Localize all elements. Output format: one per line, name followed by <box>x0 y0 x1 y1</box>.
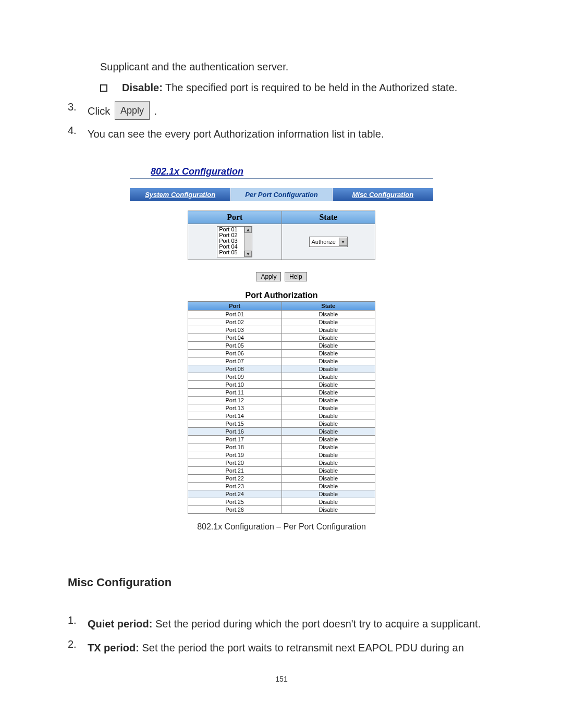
state-cell: Disable <box>282 404 375 412</box>
state-cell: Disable <box>282 443 375 451</box>
state-cell: Disable <box>282 475 375 483</box>
table-row: Port.02Disable <box>188 318 375 326</box>
table-row: Port.24Disable <box>188 490 375 498</box>
state-dropdown-value: Authorize <box>312 239 336 245</box>
misc-item-2: 2. TX period: Set the period the port wa… <box>68 638 495 657</box>
tab-system-configuration[interactable]: System Configuration <box>130 188 231 201</box>
config-tabs: System Configuration Per Port Configurat… <box>130 188 433 201</box>
misc-item-1-num: 1. <box>68 614 88 633</box>
tx-period-label: TX period: <box>88 642 139 653</box>
port-select-list[interactable]: Port 01Port 02Port 03Port 04Port 05 <box>217 226 252 257</box>
table-row: Port.16Disable <box>188 428 375 436</box>
port-cell: Port.06 <box>188 350 282 357</box>
state-cell: Disable <box>282 389 375 397</box>
port-cell: Port.07 <box>188 357 282 365</box>
screenshot-title: 802.1x Configuration <box>130 164 433 179</box>
state-cell: Disable <box>282 483 375 490</box>
step-3-post: . <box>154 105 157 117</box>
port-cell: Port.05 <box>188 342 282 350</box>
table-row: Port.20Disable <box>188 459 375 467</box>
table-row: Port.25Disable <box>188 498 375 506</box>
scroll-up-button[interactable] <box>244 227 252 233</box>
port-authorization-title: Port Authorization <box>188 291 375 300</box>
port-cell: Port.26 <box>188 506 282 514</box>
apply-button[interactable]: Apply <box>256 272 281 281</box>
chevron-up-icon <box>247 229 250 231</box>
state-cell: Disable <box>282 436 375 443</box>
step-4-num: 4. <box>68 125 88 143</box>
port-cell: Port.24 <box>188 490 282 498</box>
table-row: Port.19Disable <box>188 451 375 459</box>
table-row: Port.12Disable <box>188 397 375 404</box>
table-row: Port.23Disable <box>188 483 375 490</box>
port-cell: Port.04 <box>188 334 282 342</box>
tx-period-text: Set the period the port waits to retrans… <box>139 642 464 653</box>
cfg-hdr-port: Port <box>188 211 282 224</box>
table-row: Port.01Disable <box>188 311 375 318</box>
state-cell: Disable <box>282 428 375 436</box>
port-authorization-table: Port State Port.01DisablePort.02DisableP… <box>188 301 375 514</box>
tab-misc-configuration[interactable]: Misc Configuration <box>333 188 433 201</box>
state-cell: Disable <box>282 318 375 326</box>
apply-button-inline[interactable]: Apply <box>115 101 150 120</box>
port-cell: Port.23 <box>188 483 282 490</box>
page-number: 151 <box>68 675 495 683</box>
state-cell: Disable <box>282 397 375 404</box>
port-list-item[interactable]: Port 05 <box>219 250 244 255</box>
table-row: Port.06Disable <box>188 350 375 357</box>
table-row: Port.07Disable <box>188 357 375 365</box>
state-cell: Disable <box>282 451 375 459</box>
port-cell: Port.02 <box>188 318 282 326</box>
bullet-disable: Disable: The specified port is required … <box>100 78 495 97</box>
state-cell: Disable <box>282 334 375 342</box>
disable-text: The specified port is required to be hel… <box>163 82 458 93</box>
state-cell: Disable <box>282 365 375 373</box>
square-bullet-icon <box>100 84 107 92</box>
table-row: Port.15Disable <box>188 420 375 428</box>
step-4: 4. You can see the every port Authorizat… <box>68 125 495 143</box>
state-cell: Disable <box>282 498 375 506</box>
table-row: Port.09Disable <box>188 373 375 381</box>
auth-hdr-port: Port <box>188 302 282 311</box>
port-cell: Port.17 <box>188 436 282 443</box>
port-cell: Port.15 <box>188 420 282 428</box>
state-cell: Disable <box>282 357 375 365</box>
screenshot-802-1x: 802.1x Configuration System Configuratio… <box>130 164 433 532</box>
port-cell: Port.25 <box>188 498 282 506</box>
state-cell: Disable <box>282 373 375 381</box>
quiet-period-text: Set the period during which the port doe… <box>152 618 481 630</box>
misc-item-1: 1. Quiet period: Set the period during w… <box>68 614 495 633</box>
chevron-down-icon <box>341 241 345 243</box>
port-cell: Port.03 <box>188 326 282 334</box>
state-cell: Disable <box>282 506 375 514</box>
port-cell: Port.14 <box>188 412 282 420</box>
misc-configuration-heading: Misc Configuration <box>68 576 495 589</box>
port-cell: Port.16 <box>188 428 282 436</box>
table-row: Port.21Disable <box>188 467 375 475</box>
port-cell: Port.08 <box>188 365 282 373</box>
state-cell: Disable <box>282 490 375 498</box>
help-button[interactable]: Help <box>285 272 307 281</box>
misc-item-2-num: 2. <box>68 638 88 657</box>
disable-label: Disable: <box>122 82 163 93</box>
scrollbar[interactable] <box>244 227 252 257</box>
step-3: 3. Click Apply . <box>68 101 495 120</box>
table-row: Port.18Disable <box>188 443 375 451</box>
state-cell: Disable <box>282 381 375 389</box>
state-cell: Disable <box>282 420 375 428</box>
table-row: Port.26Disable <box>188 506 375 514</box>
table-row: Port.11Disable <box>188 389 375 397</box>
scroll-down-button[interactable] <box>244 251 252 257</box>
state-cell: Disable <box>282 311 375 318</box>
cfg-hdr-state: State <box>282 211 375 224</box>
state-cell: Disable <box>282 412 375 420</box>
port-cell: Port.18 <box>188 443 282 451</box>
port-cell: Port.10 <box>188 381 282 389</box>
table-row: Port.14Disable <box>188 412 375 420</box>
step-3-num: 3. <box>68 101 88 120</box>
state-dropdown[interactable]: Authorize <box>309 237 348 247</box>
dropdown-toggle[interactable] <box>339 238 347 246</box>
text-supplicant: Supplicant and the authentication server… <box>100 57 495 76</box>
table-row: Port.05Disable <box>188 342 375 350</box>
tab-per-port-configuration[interactable]: Per Port Configuration <box>231 188 332 201</box>
